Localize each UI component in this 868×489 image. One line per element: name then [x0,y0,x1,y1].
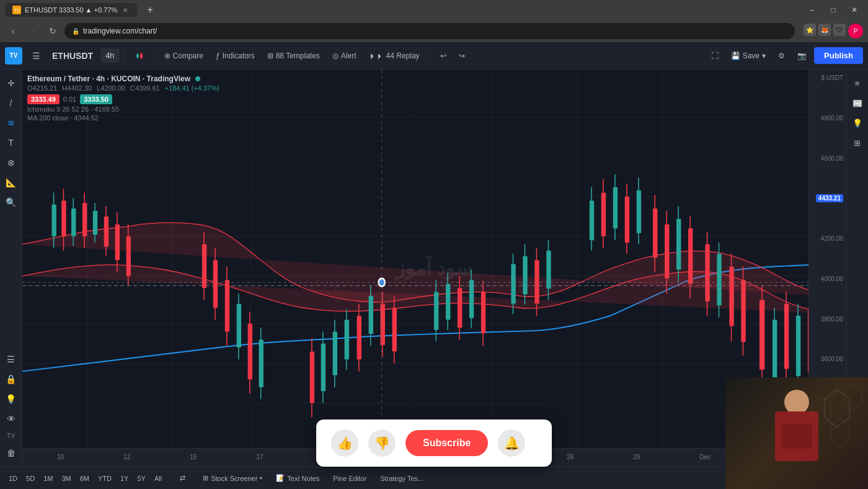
subscribe-button[interactable]: Subscribe [405,430,488,456]
alerts-sidebar-icon[interactable]: 🔒 [2,370,20,388]
trash-icon[interactable]: 🗑 [2,444,20,462]
svg-rect-116 [590,200,594,240]
price-boxes: 3333.49 0.01 3333.50 [27,94,219,104]
pattern-tool-icon[interactable]: ⊗ [2,154,20,171]
fullscreen-button[interactable]: ⛶ [706,49,724,63]
profile-icon[interactable]: P [848,24,863,38]
snapshot-button[interactable]: 📷 [792,49,812,63]
alert-icon: ◎ [332,52,339,60]
tf-1m-button[interactable]: 1M [40,473,56,484]
target-price-box: 3333.50 [80,94,112,104]
calendar-icon[interactable]: 👁 [2,410,20,428]
tf-ytd-button[interactable]: YTD [94,473,115,484]
chart-type-button[interactable] [130,49,149,63]
stock-screener-tab[interactable]: ⊞ Stock Screener ▾ [197,472,268,485]
price-level-4600: 4600.00 [812,155,843,162]
compare-dates-button[interactable]: ⇄ [176,472,189,484]
browser-tab[interactable]: TV ETHUSDT 3333.50 ▲ +0.77% ✕ [5,3,137,17]
tab-close-btn[interactable]: ✕ [121,6,130,14]
like-button[interactable]: 👍 [331,429,358,457]
text-tool-icon[interactable]: T [2,134,20,151]
undo-button[interactable]: ↩ [435,49,451,63]
alert-button[interactable]: ◎ Alert [327,49,361,63]
close-button[interactable]: ✕ [846,1,863,19]
bell-button[interactable]: 🔔 [498,429,525,457]
fib-tool-icon[interactable]: ≋ [2,114,20,132]
tf-all-button[interactable]: All [151,473,166,484]
axis-currency-label: $ USDT [812,74,843,81]
tv-logo: TV [5,47,22,65]
pine-editor-label: Pine Editor [333,475,366,482]
publish-button[interactable]: Publish [814,47,863,64]
text-notes-tab[interactable]: 📝 Text Notes [270,472,326,485]
symbol-label[interactable]: ETHUSDT [52,51,93,61]
svg-marker-186 [831,418,849,447]
extension-icon-3[interactable]: 🛡 [833,24,846,36]
hamburger-menu-icon[interactable]: ☰ [27,47,45,65]
replay-button[interactable]: ⏵⏵ 44 Replay [364,49,425,63]
measure-tool-icon[interactable]: 📐 [2,174,20,191]
draw-line-icon[interactable]: / [2,94,20,112]
svg-rect-29 [71,209,76,236]
security-lock-icon: 🔒 [72,28,79,35]
pine-editor-tab[interactable]: Pine Editor [327,472,373,485]
svg-rect-128 [637,191,641,233]
save-button-group[interactable]: 💾 Save ▾ [726,49,771,63]
watchlist-panel-icon[interactable]: ≡ [849,74,866,92]
crosshair-tool-icon[interactable]: ✛ [2,74,20,92]
svg-rect-68 [321,344,326,392]
zoom-tool-icon[interactable]: 🔍 [2,194,20,211]
tf-5y-button[interactable]: 5Y [133,473,149,484]
svg-rect-137 [676,219,681,270]
address-bar[interactable]: 🔒 tradingview.com/chart/ [64,23,795,39]
tf-1y-button[interactable]: 1Y [117,473,132,484]
svg-rect-110 [534,260,539,303]
redo-button[interactable]: ↪ [454,49,470,63]
tf-6m-button[interactable]: 6M [76,473,93,484]
minimize-button[interactable]: – [804,1,821,19]
plus-icon: ⊕ [164,52,170,60]
person-shirt [781,424,812,449]
extension-icon-1[interactable]: ⭐ [804,24,816,36]
news-panel-icon[interactable]: 📰 [849,94,866,112]
templates-icon: ⊞ [267,52,273,60]
screener-panel-icon[interactable]: ⊞ [849,134,866,151]
svg-rect-50 [213,260,218,308]
dislike-button[interactable]: 👎 [368,429,396,457]
time-label-12: 12 [123,454,130,462]
chart-area[interactable]: Ethereum / Tether · 4h · KUCOIN · Tradin… [22,70,846,467]
forward-button[interactable]: › [25,23,41,39]
person-body [775,411,818,461]
refresh-button[interactable]: ↻ [45,23,61,39]
video-background [725,377,868,489]
svg-rect-26 [61,200,66,236]
svg-rect-1 [136,55,139,57]
indicators-button[interactable]: ƒ Indicators [211,49,260,63]
ideas-icon[interactable]: 💡 [2,390,20,408]
settings-button[interactable]: ⚙ [773,49,790,63]
person-silhouette [772,390,822,477]
svg-rect-74 [345,320,349,359]
compare-button[interactable]: ⊕ Compare [159,49,208,63]
tf-3m-button[interactable]: 3M [58,473,74,484]
tv-branding: TV [7,430,15,442]
extension-icon-2[interactable]: 🦊 [818,24,831,36]
toolbar-divider-3 [430,50,430,62]
svg-rect-149 [729,266,733,326]
person-head [784,390,809,415]
svg-rect-134 [665,225,669,279]
tf-1d-button[interactable]: 1D [5,473,21,484]
screener-dropdown-icon[interactable]: ▾ [260,475,262,481]
new-tab-button[interactable]: + [142,2,158,18]
timeframe-4h-button[interactable]: 4h [100,48,119,63]
back-button[interactable]: ‹ [5,23,21,39]
strategy-tester-tab[interactable]: Strategy Tes... [374,472,430,485]
watchlist-icon[interactable]: ☰ [2,351,20,368]
svg-rect-44 [126,236,131,276]
ideas-panel-icon[interactable]: 💡 [849,114,866,132]
maximize-button[interactable]: □ [825,1,842,19]
templates-button[interactable]: ⊞ 88 Templates [262,49,325,63]
screener-icon: ⊞ [203,474,208,482]
tf-5d-button[interactable]: 5D [22,473,38,484]
notes-icon: 📝 [276,474,285,482]
